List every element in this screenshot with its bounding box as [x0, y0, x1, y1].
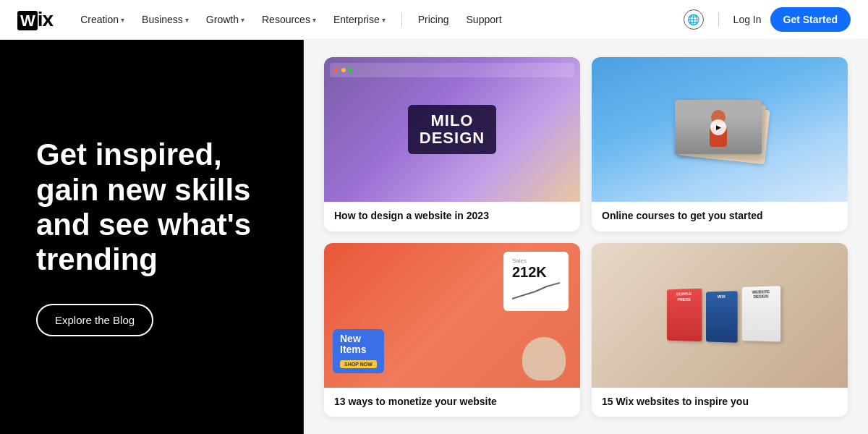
card1-title-block: MILO DESIGN [408, 105, 496, 154]
nav-pricing[interactable]: Pricing [411, 9, 456, 30]
chevron-icon: ▾ [241, 16, 244, 24]
card2-img-front: ▶ [675, 100, 762, 154]
card3-sales-card: Sales 212K [503, 252, 569, 311]
card2-image: ▶ [592, 57, 848, 202]
book3: WEBSITEDESIGN [742, 286, 780, 341]
card1-brand-title: MILO [420, 112, 485, 129]
card3-new-items-block: New Items SHOP NOW [333, 329, 384, 373]
nav-enterprise[interactable]: Enterprise ▾ [326, 9, 393, 30]
nav-right: 🌐 Log In Get Started [684, 7, 851, 32]
nav-divider [401, 12, 402, 27]
card-inspire[interactable]: DOPPLEPRESS WIX WEBSITEDESIGN 15 Wix web… [592, 243, 848, 417]
book3-text: WEBSITEDESIGN [742, 286, 780, 302]
card3-sales-number: 212K [512, 264, 560, 281]
card3-sales-label: Sales [512, 258, 560, 264]
headphone-decoration [522, 337, 566, 380]
nav-support[interactable]: Support [459, 9, 509, 30]
hero-panel: Get inspired, gain new skills and see wh… [0, 40, 304, 434]
card3-image: Sales 212K New Items SHOP NOW [324, 243, 580, 388]
card3-chart [512, 281, 560, 302]
nav-divider-2 [718, 12, 719, 27]
dot-yellow [341, 68, 346, 72]
wix-logo[interactable]: Wix [17, 8, 53, 31]
card1-label: How to design a website in 2023 [324, 202, 580, 231]
card2-stack: ▶ [669, 97, 770, 162]
nav-growth[interactable]: Growth ▾ [199, 9, 252, 30]
login-link[interactable]: Log In [733, 14, 762, 25]
card1-browser-bar [330, 63, 574, 77]
dot-green [349, 68, 353, 72]
hero-title: Get inspired, gain new skills and see wh… [36, 137, 268, 277]
get-started-button[interactable]: Get Started [770, 7, 851, 32]
play-button-icon: ▶ [710, 119, 726, 135]
card-monetize[interactable]: Sales 212K New Items SHOP NOW [324, 243, 580, 417]
chevron-icon: ▾ [382, 16, 386, 24]
chevron-icon: ▾ [185, 16, 189, 24]
nav-business[interactable]: Business ▾ [135, 9, 196, 30]
navbar: Wix Creation ▾ Business ▾ Growth ▾ Resou… [0, 0, 868, 40]
card1-image: MILO DESIGN [324, 57, 580, 202]
nav-creation[interactable]: Creation ▾ [73, 9, 132, 30]
card3-new-items-label: New Items SHOP NOW [333, 329, 384, 373]
cards-grid: MILO DESIGN How to design a website in 2… [304, 40, 868, 434]
card3-label: 13 ways to monetize your website [324, 388, 580, 417]
book2: WIX [706, 291, 738, 343]
card1-brand-subtitle: DESIGN [420, 129, 485, 147]
card3-cta-label: SHOP NOW [340, 360, 377, 368]
nav-resources[interactable]: Resources ▾ [255, 9, 323, 30]
card4-label: 15 Wix websites to inspire you [592, 388, 848, 417]
book1-text: DOPPLEPRESS [667, 289, 702, 306]
card3-items-text: Items [340, 344, 377, 355]
card4-books: DOPPLEPRESS WIX WEBSITEDESIGN [667, 286, 780, 344]
explore-blog-button[interactable]: Explore the Blog [36, 304, 153, 336]
chevron-icon: ▾ [121, 16, 124, 24]
nav-links: Creation ▾ Business ▾ Growth ▾ Resources… [73, 9, 683, 30]
card-design-website[interactable]: MILO DESIGN How to design a website in 2… [324, 57, 580, 231]
chevron-icon: ▾ [312, 16, 316, 24]
card2-label: Online courses to get you started [592, 202, 848, 231]
main-container: Get inspired, gain new skills and see wh… [0, 40, 868, 434]
card4-image: DOPPLEPRESS WIX WEBSITEDESIGN [592, 243, 848, 388]
card3-new-text: New [340, 333, 377, 344]
book1: DOPPLEPRESS [667, 289, 702, 341]
card-online-courses[interactable]: ▶ Online courses to get you started [592, 57, 848, 231]
globe-icon[interactable]: 🌐 [684, 9, 704, 30]
book2-text: WIX [706, 291, 738, 302]
dot-red [334, 68, 339, 72]
